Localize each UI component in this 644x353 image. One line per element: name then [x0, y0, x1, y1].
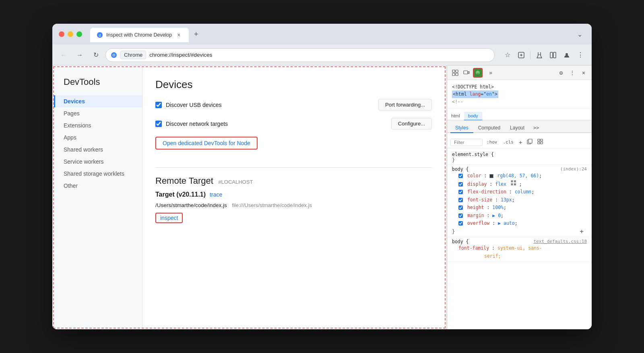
discover-network-label: Discover network targets — [166, 121, 387, 127]
device-toolbar-icon[interactable] — [462, 68, 471, 78]
svg-rect-21 — [538, 139, 540, 141]
tab-body[interactable]: body — [464, 112, 482, 121]
sidebar-item-apps[interactable]: Apps — [54, 131, 142, 144]
port-forwarding-button[interactable]: Port forwarding... — [378, 99, 432, 111]
tab-close-button[interactable]: × — [175, 31, 182, 39]
cls-button[interactable]: .cls — [502, 139, 516, 146]
target-row: Target (v20.11.1) trace — [155, 191, 432, 198]
flex-direction-checkbox[interactable] — [458, 190, 463, 194]
sidebar-item-extensions[interactable]: Extensions — [54, 119, 142, 131]
tab-more[interactable]: >> — [531, 123, 541, 132]
chrome-menu-button[interactable]: ⋮ — [574, 49, 587, 62]
main-area: DevTools Devices Pages Extensions Apps S… — [52, 66, 592, 329]
display-prop: display : flex ; — [452, 180, 587, 189]
element-style-selector: element.style { — [452, 152, 587, 157]
minimize-button[interactable] — [68, 31, 73, 37]
devtools-toolbar: » ⚙ ⋮ × — [447, 66, 592, 80]
body-selector[interactable]: body { — [452, 166, 469, 172]
svg-rect-14 — [464, 71, 468, 74]
color-checkbox[interactable] — [458, 174, 463, 178]
tab-dropdown-button[interactable]: ⌄ — [574, 29, 585, 40]
add-rule-button[interactable]: + — [576, 228, 587, 235]
page-title: Devices — [155, 78, 432, 91]
margin-prop: margin : ▶ 0; — [452, 212, 587, 220]
tab-html[interactable]: html — [447, 112, 464, 121]
inspect-link[interactable]: inspect — [155, 213, 183, 223]
tab-styles[interactable]: Styles — [450, 123, 473, 133]
bookmark-button[interactable]: ☆ — [501, 49, 514, 62]
more-panels-icon[interactable]: » — [486, 68, 495, 78]
tab-bar: d Inspect with Chrome Develop × + ⌄ — [90, 26, 585, 42]
height-prop: height : 100%; — [452, 204, 587, 212]
styles-filter-row: :hov .cls + — [447, 136, 592, 148]
maximize-button[interactable] — [76, 31, 82, 37]
svg-text:d: d — [99, 33, 101, 37]
body-style-rule: body { (index):24 color : rgb(48, 57, 66… — [447, 165, 592, 237]
sidebar-item-shared-workers[interactable]: Shared workers — [54, 144, 142, 156]
svg-rect-15 — [468, 72, 469, 74]
active-tab[interactable]: d Inspect with Chrome Develop × — [90, 28, 189, 42]
settings-icon[interactable]: ⚙ — [556, 68, 566, 78]
font-family-continuation: serif; — [452, 252, 587, 261]
tab-computed[interactable]: Computed — [473, 123, 505, 133]
color-swatch[interactable] — [489, 174, 493, 178]
svg-rect-12 — [452, 73, 455, 76]
element-style-rule: element.style { } — [447, 150, 592, 165]
file-path: /Users/stmarthe/code/index.js — [155, 202, 227, 208]
extension-button[interactable] — [515, 49, 528, 62]
expand-style-icon[interactable] — [536, 138, 544, 146]
trace-link[interactable]: trace — [210, 191, 222, 198]
close-button[interactable] — [59, 31, 64, 37]
body-text-selector[interactable]: body { — [452, 239, 469, 244]
sidebar-item-other[interactable]: Other — [54, 180, 142, 192]
font-size-checkbox[interactable] — [458, 198, 463, 202]
copy-style-icon[interactable] — [526, 138, 534, 146]
3d-view-icon[interactable] — [473, 68, 483, 78]
remote-target-section: Remote Target #LOCALHOST Target (v20.11.… — [155, 176, 432, 223]
chrome-label: Chrome — [120, 51, 146, 59]
remote-target-sub: #LOCALHOST — [218, 179, 253, 185]
element-picker-icon[interactable] — [450, 68, 460, 78]
body-text-source[interactable]: text_defaults.css:18 — [534, 239, 587, 244]
target-name: Target (v20.11.1) — [155, 191, 206, 198]
profile-button[interactable] — [560, 49, 573, 62]
node-devtools-link[interactable]: Open dedicated DevTools for Node — [155, 137, 258, 150]
forward-button[interactable]: → — [73, 49, 86, 62]
svg-rect-28 — [514, 183, 516, 185]
svg-rect-8 — [553, 52, 556, 58]
discover-usb-checkbox[interactable] — [155, 102, 162, 108]
svg-rect-7 — [550, 52, 553, 58]
add-style-icon[interactable]: + — [518, 138, 523, 146]
svg-rect-10 — [452, 70, 455, 72]
devtools-menu-icon[interactable]: ⋮ — [568, 68, 577, 78]
body-text-defaults-rule: body { text_defaults.css:18 font-family … — [447, 237, 592, 262]
reload-button[interactable]: ↻ — [89, 49, 102, 62]
discover-network-checkbox[interactable] — [155, 121, 162, 127]
doctype-line: <!DOCTYPE html> — [452, 83, 587, 90]
pseudo-button[interactable]: :hov — [485, 139, 499, 146]
address-bar[interactable]: Chrome chrome://inspect/#devices — [105, 48, 495, 62]
back-button[interactable]: ← — [57, 49, 70, 62]
filter-input[interactable] — [450, 139, 483, 146]
file-url: file:///Users/stmarthe/code/index.js — [232, 202, 312, 208]
sidebar-item-service-workers[interactable]: Service workers — [54, 156, 142, 168]
margin-checkbox[interactable] — [458, 213, 463, 218]
height-checkbox[interactable] — [458, 205, 463, 210]
sidebar-item-pages[interactable]: Pages — [54, 107, 142, 119]
tab-layout[interactable]: Layout — [505, 123, 529, 133]
new-tab-button[interactable]: + — [190, 29, 202, 40]
sidebar-title: DevTools — [54, 77, 142, 95]
svg-rect-24 — [541, 142, 543, 144]
overflow-checkbox[interactable] — [458, 221, 463, 226]
inspect-page: DevTools Devices Pages Extensions Apps S… — [52, 66, 447, 329]
svg-rect-25 — [511, 180, 513, 182]
display-checkbox[interactable] — [458, 182, 463, 187]
lab-button[interactable] — [533, 49, 546, 62]
devtools-close-icon[interactable]: × — [579, 68, 588, 78]
svg-rect-20 — [528, 139, 532, 143]
split-view-button[interactable] — [547, 49, 559, 62]
configure-button[interactable]: Configure... — [391, 118, 432, 129]
sidebar-item-devices[interactable]: Devices — [54, 95, 142, 107]
comment-line: <!-- — [452, 98, 587, 105]
sidebar-item-shared-storage[interactable]: Shared storage worklets — [54, 168, 142, 180]
